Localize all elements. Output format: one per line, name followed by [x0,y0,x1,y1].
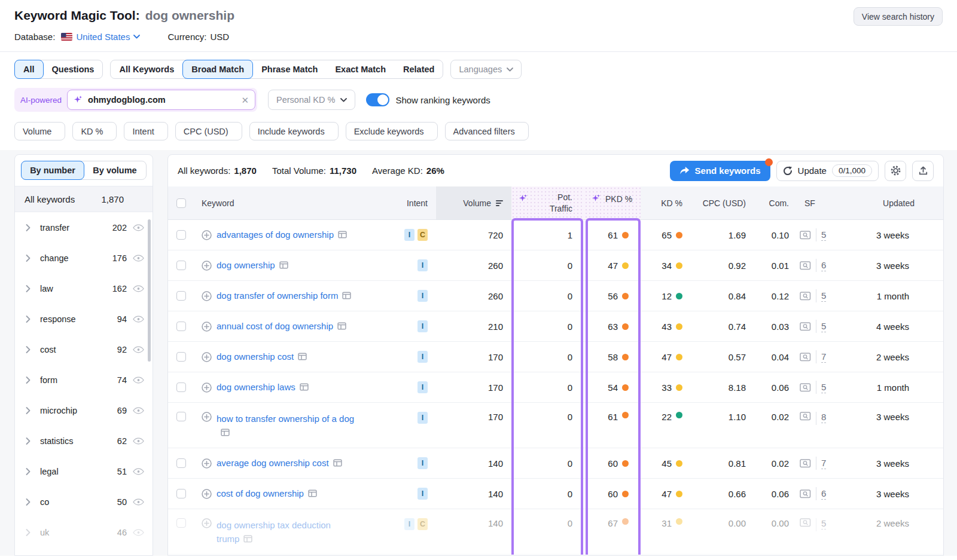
match-tab[interactable]: Questions [43,60,103,79]
serp-features-page-icon[interactable] [342,289,351,303]
keyword-link[interactable]: dog ownership [217,260,275,270]
filter-dropdown[interactable]: Volume [14,122,65,140]
add-keyword-icon[interactable] [202,382,212,393]
keyword-group-item[interactable]: cost 92 [15,334,153,365]
sf-count[interactable]: 6 [821,260,826,271]
add-keyword-icon[interactable] [202,489,212,499]
sf-count[interactable]: 5 [821,518,826,530]
row-checkbox[interactable] [176,352,186,362]
tab-by-number[interactable]: By number [21,161,84,180]
keyword-group-item[interactable]: response 94 [15,304,153,334]
match-tab[interactable]: All Keywords [110,60,183,79]
serp-preview-icon[interactable] [800,518,811,527]
sf-count[interactable]: 8 [821,412,826,423]
sf-count[interactable]: 5 [821,229,826,241]
eye-icon[interactable] [133,224,144,231]
row-checkbox[interactable] [176,412,186,421]
keyword-link[interactable]: how to transfer ownership of a dog [217,414,354,424]
keyword-group-item[interactable]: microchip 69 [15,395,153,426]
row-checkbox[interactable] [176,382,186,392]
row-checkbox[interactable] [176,458,186,468]
database-select[interactable]: United States [61,32,140,42]
match-tab[interactable]: Exact Match [326,60,395,79]
match-tab[interactable]: Broad Match [182,60,253,79]
row-checkbox[interactable] [176,230,186,240]
filter-dropdown[interactable]: KD % [72,122,117,140]
keyword-group-item[interactable]: statistics 62 [15,426,153,456]
keyword-group-item[interactable]: transfer 202 [15,212,153,243]
match-tab[interactable]: Related [394,60,443,79]
serp-preview-icon[interactable] [800,292,811,301]
serp-features-page-icon[interactable] [333,457,342,470]
match-tab[interactable]: Phrase Match [252,60,327,79]
serp-features-page-icon[interactable] [300,381,309,394]
serp-preview-icon[interactable] [800,261,811,270]
filter-dropdown[interactable]: Advanced filters [445,122,529,140]
filter-dropdown[interactable]: Intent [124,122,167,140]
add-keyword-icon[interactable] [202,230,212,240]
col-updated[interactable]: Updated [883,198,915,208]
sf-count[interactable]: 7 [821,351,826,363]
keyword-group-item[interactable]: co 50 [15,486,153,517]
add-keyword-icon[interactable] [202,291,212,301]
keyword-link[interactable]: annual cost of dog ownership [217,321,333,331]
add-keyword-icon[interactable] [202,412,212,422]
eye-icon[interactable] [133,498,144,506]
col-sf[interactable]: SF [804,198,815,208]
match-tab[interactable]: All [14,60,44,79]
keyword-link[interactable]: dog ownership laws [217,382,295,392]
add-keyword-icon[interactable] [202,518,212,528]
keyword-group-item[interactable]: change 176 [15,243,153,273]
sf-count[interactable]: 6 [821,488,826,500]
serp-features-page-icon[interactable] [279,259,288,273]
send-keywords-button[interactable]: Send keywords [670,161,770,181]
eye-icon[interactable] [133,437,144,445]
eye-icon[interactable] [133,316,144,323]
keyword-link[interactable]: average dog ownership cost [217,458,329,468]
sf-count[interactable]: 5 [821,382,826,393]
col-pot-traffic[interactable]: Pot. Traffic [511,186,584,219]
row-checkbox[interactable] [176,518,186,528]
row-checkbox[interactable] [176,489,186,498]
keyword-link[interactable]: cost of dog ownership [217,488,304,498]
serp-features-page-icon[interactable] [337,320,346,333]
col-pkd[interactable]: PKD % [584,186,641,219]
serp-preview-icon[interactable] [800,231,811,240]
keyword-link[interactable]: dog ownership tax deduction trump [217,520,331,544]
serp-preview-icon[interactable] [800,322,811,331]
serp-preview-icon[interactable] [800,353,811,362]
view-search-history-button[interactable]: View search history [854,7,943,26]
col-com[interactable]: Com. [769,198,789,208]
row-checkbox[interactable] [176,261,186,270]
serp-preview-icon[interactable] [800,383,811,392]
col-intent[interactable]: Intent [407,198,428,208]
clear-search-icon[interactable]: ✕ [241,96,249,105]
add-keyword-icon[interactable] [202,352,212,362]
keyword-link[interactable]: advantages of dog ownership [217,229,334,240]
add-keyword-icon[interactable] [202,261,212,271]
export-button[interactable] [912,161,934,181]
eye-icon[interactable] [133,529,144,536]
col-keyword[interactable]: Keyword [202,198,234,208]
eye-icon[interactable] [133,346,144,353]
eye-icon[interactable] [133,285,144,292]
filter-dropdown[interactable]: Include keywords [249,122,339,140]
serp-preview-icon[interactable] [800,489,811,498]
sf-count[interactable]: 7 [821,458,826,469]
sf-count[interactable]: 5 [821,290,826,302]
col-kd[interactable]: KD % [661,198,682,208]
eye-icon[interactable] [133,255,144,262]
settings-button[interactable] [885,161,906,181]
serp-features-page-icon[interactable] [221,426,230,440]
add-keyword-icon[interactable] [202,458,212,469]
col-cpc[interactable]: CPC (USD) [703,198,746,208]
row-checkbox[interactable] [176,291,186,301]
keyword-group-item[interactable]: law 162 [15,273,153,304]
keyword-link[interactable]: dog ownership cost [217,351,294,362]
serp-features-page-icon[interactable] [243,533,252,546]
keyword-group-item[interactable]: legal 51 [15,456,153,486]
serp-features-page-icon[interactable] [298,350,307,364]
keyword-group-item[interactable]: uk 46 [15,517,153,547]
tab-by-volume[interactable]: By volume [83,161,147,180]
all-keywords-row[interactable]: All keywords 1,870 [15,186,153,212]
